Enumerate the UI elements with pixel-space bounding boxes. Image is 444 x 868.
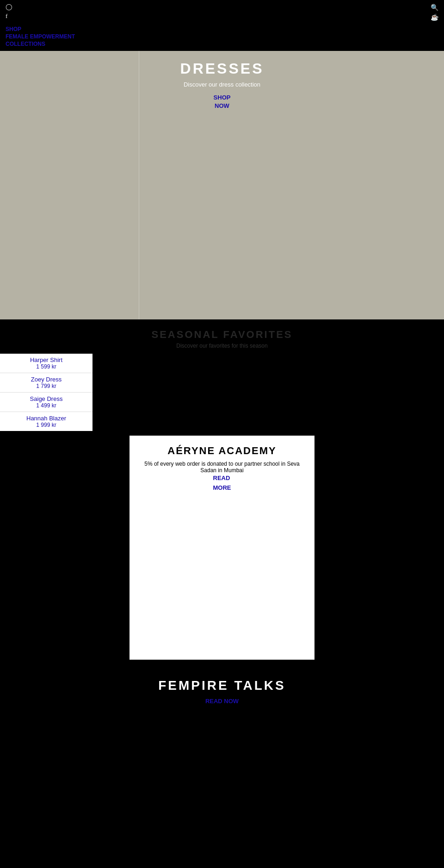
hero-section: DRESSES Discover our dress collection SH… [0,51,444,319]
top-bar: ◯ f 🔍 ☕ SHOP FEMALE EMPOWERMENT COLLECTI… [0,0,444,51]
fempire-title: FEMPIRE TALKS [158,678,285,693]
product-price-2: 1 499 kr [0,402,92,409]
product-list: Harper Shirt 1 599 kr Zoey Dress 1 799 k… [0,354,92,431]
hero-cta: SHOP NOW [214,94,231,110]
product-price-0: 1 599 kr [0,363,92,370]
table-row: Hannah Blazer 1 999 kr [0,412,92,431]
hero-now-link[interactable]: NOW [215,102,229,110]
table-row: Harper Shirt 1 599 kr [0,354,92,373]
hero-shop-link[interactable]: SHOP [214,94,231,102]
table-row: Saige Dress 1 499 kr [0,393,92,412]
academy-read-link[interactable]: READ [213,475,230,481]
search-icon[interactable]: 🔍 [431,4,438,12]
academy-subtitle: 5% of every web order is donated to our … [139,461,305,474]
seasonal-subtitle: Discover our favorites for this season [176,343,267,349]
table-row: Zoey Dress 1 799 kr [0,373,92,393]
seasonal-title: SEASONAL FAVORITES [151,329,292,341]
product-name-1[interactable]: Zoey Dress [0,376,92,383]
hero-title: DRESSES [180,60,264,77]
product-price-1: 1 799 kr [0,383,92,389]
nav-collections[interactable]: COLLECTIONS [6,41,438,47]
hero-subtitle: Discover our dress collection [184,81,260,88]
academy-cta: READ MORE [213,474,231,493]
fempire-image [0,705,444,868]
product-name-2[interactable]: Saige Dress [0,395,92,402]
instagram-icon[interactable]: ◯ [6,4,13,11]
seasonal-section: SEASONAL FAVORITES Discover our favorite… [0,319,444,664]
fempire-read-link[interactable]: READ NOW [205,698,239,705]
facebook-icon[interactable]: f [6,13,13,20]
academy-title: AÉRYNE ACADEMY [167,445,276,457]
utility-icons: 🔍 ☕ [431,4,438,21]
social-icons: ◯ f [6,4,438,20]
product-name-0[interactable]: Harper Shirt [0,356,92,363]
nav-female-empowerment[interactable]: FEMALE EMPOWERMENT [6,33,438,40]
nav-shop[interactable]: SHOP [6,26,438,32]
hero-divider [139,51,139,319]
nav-links: SHOP FEMALE EMPOWERMENT COLLECTIONS [6,26,438,47]
academy-more-link[interactable]: MORE [213,484,231,491]
cart-icon[interactable]: ☕ [431,13,438,21]
product-name-3[interactable]: Hannah Blazer [0,415,92,422]
academy-section: AÉRYNE ACADEMY 5% of every web order is … [130,436,314,660]
academy-image [130,493,314,650]
product-price-3: 1 999 kr [0,422,92,428]
fempire-section: FEMPIRE TALKS READ NOW [0,664,444,868]
